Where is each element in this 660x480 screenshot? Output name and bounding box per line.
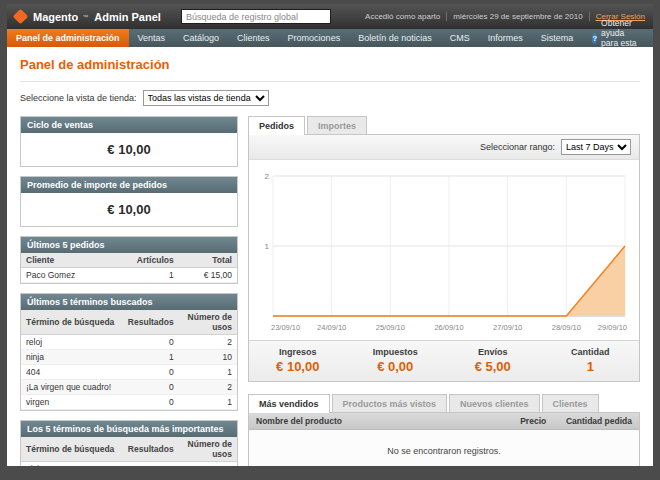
cell: ¡La virgen que cuadro! <box>21 380 123 395</box>
column-header: Resultados <box>123 310 179 335</box>
total-label: Cantidad <box>542 347 640 357</box>
tab-amounts[interactable]: Importes <box>307 116 367 134</box>
tab-bestsellers[interactable]: Más vendidos <box>248 394 330 413</box>
dashboard-tabs: Pedidos Importes <box>248 116 640 134</box>
total-label: Envíos <box>444 347 542 357</box>
logged-in-as: Accedió como aparto <box>365 12 440 21</box>
empty-message: No se encontraron registros. <box>249 430 639 467</box>
products-grid: Nombre del producto Precio Cantidad pedi… <box>249 413 639 466</box>
svg-text:1: 1 <box>265 242 270 251</box>
total-label: Impuestos <box>347 347 445 357</box>
total-value: 1 <box>542 359 640 374</box>
cell: Paco Gomez <box>21 268 132 283</box>
last-orders-table: ClienteArtículosTotalPaco Gomez1€ 15,00 <box>21 253 237 283</box>
table-row[interactable]: ninja110 <box>21 350 237 365</box>
box-title: Últimos 5 pedidos <box>21 237 237 253</box>
lifetime-sales-box: Ciclo de ventas € 10,00 <box>20 116 238 167</box>
left-column: Ciclo de ventas € 10,00 Promedio de impo… <box>20 116 238 466</box>
page-title: Panel de administración <box>20 57 640 72</box>
cell: 1 <box>179 395 237 410</box>
store-view-label: Seleccione la vista de tienda: <box>20 93 137 103</box>
top-search-terms-box: Los 5 términos de búsqueda más important… <box>20 420 238 466</box>
column-header: Total <box>179 253 237 268</box>
last-search-terms-table: Término de búsquedaResultadosNúmero de u… <box>21 310 237 410</box>
total-quantity: Cantidad 1 <box>542 347 640 374</box>
content-area: Panel de administración Seleccione la vi… <box>7 47 653 466</box>
column-header: Cliente <box>21 253 132 268</box>
empty-row: No se encontraron registros. <box>249 430 639 467</box>
cell: 404 <box>21 365 123 380</box>
products-grid-tabs: Más vendidos Productos más vistos Nuevos… <box>248 394 640 412</box>
right-column: Pedidos Importes Seleccionar rango: Last… <box>248 116 640 466</box>
svg-text:25/09/10: 25/09/10 <box>376 323 405 332</box>
svg-text:24/09/10: 24/09/10 <box>317 323 346 332</box>
table-row[interactable]: reloj02 <box>21 335 237 350</box>
box-title: Últimos 5 términos buscados <box>21 294 237 310</box>
tab-new-customers[interactable]: Nuevos clientes <box>449 394 540 412</box>
range-select[interactable]: Last 7 Days <box>561 139 631 155</box>
nav-item-sales[interactable]: Ventas <box>129 29 175 47</box>
nav-item-promotions[interactable]: Promociones <box>279 29 350 47</box>
box-title: Ciclo de ventas <box>21 117 237 133</box>
nav-item-newsletter[interactable]: Boletín de noticias <box>349 29 441 47</box>
cell: 1 <box>179 365 237 380</box>
cell: 1 <box>123 462 179 467</box>
cell: 0 <box>123 365 179 380</box>
cell: 2 <box>179 380 237 395</box>
header-separator <box>589 12 590 21</box>
table-row[interactable]: ninja110 <box>21 462 237 467</box>
average-orders-value: € 10,00 <box>21 193 237 226</box>
nav-item-system[interactable]: Sistema <box>532 29 583 47</box>
lifetime-sales-value: € 10,00 <box>21 133 237 166</box>
table-row[interactable]: 40401 <box>21 365 237 380</box>
orders-chart: 1223/09/1024/09/1025/09/1026/09/1027/09/… <box>257 168 631 336</box>
brand-name: Magento <box>33 11 78 23</box>
products-grid-panel: Nombre del producto Precio Cantidad pedi… <box>248 412 640 466</box>
cell: 1 <box>132 268 179 283</box>
header-separator <box>446 12 447 21</box>
browser-frame: Magento ™ Admin Panel Accedió como apart… <box>0 0 660 480</box>
brand-product: Admin Panel <box>94 11 161 23</box>
nav-item-reports[interactable]: Informes <box>479 29 532 47</box>
nav-item-catalog[interactable]: Catálogo <box>174 29 228 47</box>
tab-orders[interactable]: Pedidos <box>248 116 305 135</box>
admin-page: Magento ™ Admin Panel Accedió como apart… <box>7 4 653 466</box>
column-header: Número de usos <box>179 437 237 462</box>
cell: € 15,00 <box>179 268 237 283</box>
svg-text:23/09/10: 23/09/10 <box>271 323 300 332</box>
nav-item-dashboard[interactable]: Panel de administración <box>7 29 129 47</box>
page-help-link[interactable]: ? Obtener ayuda para esta página <box>582 29 653 47</box>
total-shipping: Envíos € 5,00 <box>444 347 542 374</box>
total-revenue: Ingresos € 10,00 <box>249 347 347 374</box>
svg-text:28/09/10: 28/09/10 <box>552 323 581 332</box>
nav-item-cms[interactable]: CMS <box>441 29 479 47</box>
chart-toolbar: Seleccionar rango: Last 7 Days <box>249 135 639 160</box>
table-row[interactable]: ¡La virgen que cuadro!02 <box>21 380 237 395</box>
last-orders-box: Últimos 5 pedidos ClienteArtículosTotalP… <box>20 236 238 284</box>
table-row[interactable]: Paco Gomez1€ 15,00 <box>21 268 237 283</box>
title-divider <box>20 81 640 82</box>
totals-bar: Ingresos € 10,00 Impuestos € 0,00 Envíos… <box>249 340 639 381</box>
header-date: miércoles 29 de septiembre de 2010 <box>453 12 582 21</box>
column-header: Artículos <box>132 253 179 268</box>
total-value: € 10,00 <box>249 359 347 374</box>
column-header: Cantidad pedida <box>553 413 639 430</box>
table-row[interactable]: virgen01 <box>21 395 237 410</box>
range-label: Seleccionar rango: <box>480 142 555 152</box>
box-title: Promedio de importe de pedidos <box>21 177 237 193</box>
store-view-select[interactable]: Todas las vistas de tienda <box>143 90 269 106</box>
global-search-input[interactable] <box>181 9 331 24</box>
dashboard-columns: Ciclo de ventas € 10,00 Promedio de impo… <box>20 116 640 466</box>
box-title: Los 5 términos de búsqueda más important… <box>21 421 237 437</box>
cell: 0 <box>123 395 179 410</box>
total-tax: Impuestos € 0,00 <box>347 347 445 374</box>
cell: 2 <box>179 335 237 350</box>
cell: virgen <box>21 395 123 410</box>
total-value: € 0,00 <box>347 359 445 374</box>
svg-text:29/09/10: 29/09/10 <box>598 323 627 332</box>
tab-customers[interactable]: Clientes <box>542 394 599 412</box>
nav-list: Panel de administraciónVentasCatálogoCli… <box>7 29 582 47</box>
svg-text:2: 2 <box>265 172 270 181</box>
tab-most-viewed[interactable]: Productos más vistos <box>332 394 448 412</box>
nav-item-customers[interactable]: Clientes <box>228 29 279 47</box>
